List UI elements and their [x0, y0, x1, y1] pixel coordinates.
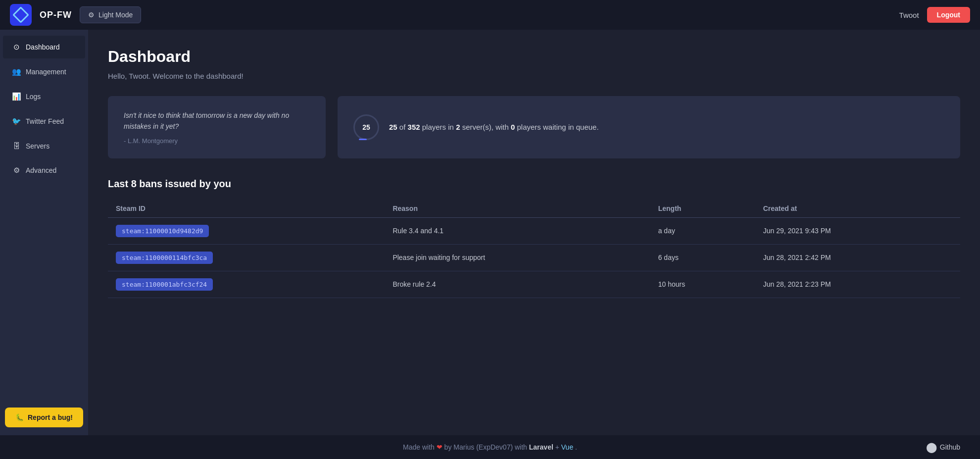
stats-servers: 2 — [456, 123, 460, 131]
sidebar-label-servers: Servers — [26, 142, 49, 150]
footer-mid: by Marius (ExpDev07) with — [444, 443, 529, 451]
stats-current-number: 25 — [362, 123, 370, 131]
footer-heart: ❤ — [437, 443, 442, 451]
ban-created-at-cell: Jun 29, 2021 9:43 PM — [755, 217, 960, 244]
app-name: OP-FW — [40, 10, 72, 20]
topnav: OP-FW ⚙ Light Mode Twoot Logout — [0, 0, 980, 30]
sidebar-item-twitter-feed[interactable]: 🐦 Twitter Feed — [3, 110, 85, 133]
light-mode-label: Light Mode — [98, 11, 133, 19]
stats-waiting: 0 — [511, 123, 515, 131]
ban-length-cell: 6 days — [650, 244, 755, 271]
table-row: steam:11000010d9482d9 Rule 3.4 and 4.1 a… — [108, 217, 960, 244]
management-icon: 👥 — [12, 67, 21, 76]
sidebar-label-advanced: Advanced — [26, 166, 56, 174]
steam-id-badge[interactable]: steam:1100000114bfc3ca — [116, 252, 213, 264]
quote-text: Isn't it nice to think that tomorrow is … — [124, 110, 310, 132]
stats-description: 25 of 352 players in 2 server(s), with 0… — [389, 122, 599, 133]
footer-vue-link[interactable]: Vue — [561, 443, 573, 451]
quote-author: - L.M. Montgomery — [124, 137, 310, 145]
logo-box — [10, 4, 32, 26]
footer-prefix: Made with — [403, 443, 435, 451]
col-created-at: Created at — [755, 200, 960, 218]
sidebar-item-management[interactable]: 👥 Management — [3, 60, 85, 83]
bans-header-row: Steam ID Reason Length Created at — [108, 200, 960, 218]
topnav-right: Twoot Logout — [899, 7, 970, 23]
footer-laravel: Laravel — [529, 443, 553, 451]
ban-length-cell: 10 hours — [650, 271, 755, 298]
steam-id-badge[interactable]: steam:11000010d9482d9 — [116, 225, 209, 237]
logo-diamond-icon — [12, 6, 29, 23]
ban-reason-cell: Broke rule 2.4 — [385, 271, 650, 298]
sidebar-label-dashboard: Dashboard — [26, 43, 60, 51]
sidebar-item-advanced[interactable]: ⚙ Advanced — [3, 159, 85, 182]
ban-steam-id-cell: steam:1100001abfc3cf24 — [108, 271, 385, 298]
stats-total: 352 — [408, 123, 420, 131]
advanced-icon: ⚙ — [12, 166, 21, 175]
page-title: Dashboard — [108, 48, 960, 66]
sidebar-label-twitter-feed: Twitter Feed — [26, 117, 64, 125]
bans-table: Steam ID Reason Length Created at steam:… — [108, 200, 960, 298]
footer-text: Made with ❤ by Marius (ExpDev07) with La… — [403, 443, 577, 451]
sidebar-item-servers[interactable]: 🗄 Servers — [3, 135, 85, 157]
quote-card: Isn't it nice to think that tomorrow is … — [108, 96, 326, 158]
sidebar-item-dashboard[interactable]: ⊙ Dashboard — [3, 36, 85, 58]
topnav-user: Twoot — [899, 11, 919, 19]
ban-created-at-cell: Jun 28, 2021 2:42 PM — [755, 244, 960, 271]
ban-steam-id-cell: steam:11000010d9482d9 — [108, 217, 385, 244]
table-row: steam:1100000114bfc3ca Please join waiti… — [108, 244, 960, 271]
logs-icon: 📊 — [12, 92, 21, 101]
stats-card: 25 25 of 352 players in 2 server(s), wit… — [338, 96, 960, 158]
footer-plus: + — [555, 443, 561, 451]
github-link[interactable]: ⬤ Github — [926, 441, 960, 453]
ban-reason-cell: Please join waiting for support — [385, 244, 650, 271]
col-length: Length — [650, 200, 755, 218]
main-layout: ⊙ Dashboard 👥 Management 📊 Logs 🐦 Twitte… — [0, 30, 980, 435]
table-row: steam:1100001abfc3cf24 Broke rule 2.4 10… — [108, 271, 960, 298]
cards-row: Isn't it nice to think that tomorrow is … — [108, 96, 960, 158]
sidebar-label-logs: Logs — [26, 93, 41, 101]
ban-length-cell: a day — [650, 217, 755, 244]
welcome-message: Hello, Twoot. Welcome to the dashboard! — [108, 72, 960, 80]
stats-circle: 25 — [353, 114, 379, 140]
ban-reason-cell: Rule 3.4 and 4.1 — [385, 217, 650, 244]
github-icon: ⬤ — [926, 441, 937, 453]
sidebar-label-management: Management — [26, 68, 66, 76]
ban-steam-id-cell: steam:1100000114bfc3ca — [108, 244, 385, 271]
footer-period: . — [575, 443, 577, 451]
bans-table-header: Steam ID Reason Length Created at — [108, 200, 960, 218]
col-reason: Reason — [385, 200, 650, 218]
gear-icon: ⚙ — [88, 11, 95, 19]
light-mode-button[interactable]: ⚙ Light Mode — [80, 6, 141, 23]
bans-section-title: Last 8 bans issued by you — [108, 178, 960, 190]
ban-created-at-cell: Jun 28, 2021 2:23 PM — [755, 271, 960, 298]
twitter-icon: 🐦 — [12, 117, 21, 126]
dashboard-icon: ⊙ — [12, 43, 21, 51]
bans-table-body: steam:11000010d9482d9 Rule 3.4 and 4.1 a… — [108, 217, 960, 298]
report-bug-label: Report a bug! — [28, 413, 73, 421]
stats-current: 25 — [389, 123, 397, 131]
report-bug-button[interactable]: 🐛 Report a bug! — [5, 408, 83, 427]
main-content: Dashboard Hello, Twoot. Welcome to the d… — [88, 30, 980, 435]
topnav-left: OP-FW ⚙ Light Mode — [10, 4, 141, 26]
sidebar-item-logs[interactable]: 📊 Logs — [3, 85, 85, 108]
github-label: Github — [940, 443, 960, 451]
servers-icon: 🗄 — [12, 142, 21, 150]
sidebar: ⊙ Dashboard 👥 Management 📊 Logs 🐦 Twitte… — [0, 30, 88, 435]
logout-button[interactable]: Logout — [927, 7, 970, 23]
steam-id-badge[interactable]: steam:1100001abfc3cf24 — [116, 278, 213, 291]
col-steam-id: Steam ID — [108, 200, 385, 218]
sidebar-bottom: 🐛 Report a bug! — [0, 400, 88, 435]
bug-icon: 🐛 — [15, 413, 24, 421]
footer: Made with ❤ by Marius (ExpDev07) with La… — [0, 435, 980, 459]
